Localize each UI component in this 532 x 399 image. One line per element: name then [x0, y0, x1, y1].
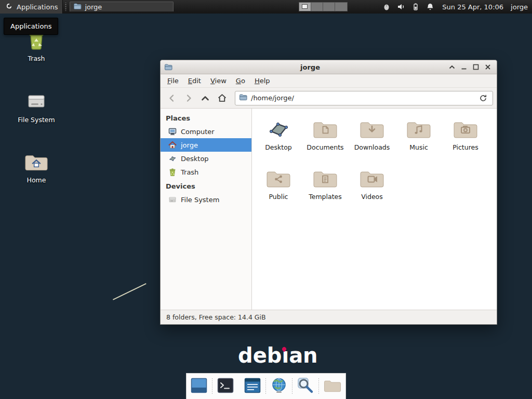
- forward-button[interactable]: [181, 90, 196, 106]
- dock-desktop-window[interactable]: [191, 377, 207, 396]
- file-list: DesktopDocumentsDownloadsMusicPicturesPu…: [252, 109, 497, 310]
- applications-menu-icon: [5, 2, 14, 12]
- desktop: Applications jorge Sun 25 Apr, 10:06 jor…: [0, 0, 532, 399]
- debian-logo: debıan: [238, 343, 318, 367]
- window-titlebar[interactable]: jorge: [161, 60, 497, 74]
- maximize-button[interactable]: [471, 62, 481, 72]
- desktop-icon-home[interactable]: Home: [14, 153, 59, 184]
- applications-menu-button[interactable]: Applications: [0, 0, 63, 14]
- file-desktop[interactable]: Desktop: [255, 115, 302, 164]
- close-button[interactable]: [483, 62, 493, 72]
- globe-icon: [271, 377, 287, 395]
- dock-separator: [318, 378, 319, 395]
- sidebar-item-label: Trash: [181, 168, 198, 176]
- public-folder-icon: [266, 167, 291, 189]
- window-title: jorge: [174, 63, 447, 71]
- sidebar-item-file-system[interactable]: File System: [161, 193, 251, 206]
- file-downloads[interactable]: Downloads: [349, 115, 395, 164]
- pictures-folder-icon: [453, 117, 478, 139]
- back-button[interactable]: [164, 90, 180, 106]
- pager-window: [302, 4, 308, 9]
- file-public[interactable]: Public: [255, 164, 302, 214]
- battery-icon[interactable]: [411, 2, 420, 11]
- computer-icon: [168, 127, 177, 136]
- statusbar: 8 folders, Free space: 14.4 GiB: [161, 310, 497, 324]
- folder-icon: [324, 379, 341, 394]
- mouse-icon[interactable]: [382, 2, 391, 11]
- dock-web-browser[interactable]: [271, 377, 287, 396]
- up-button[interactable]: [197, 90, 213, 106]
- dock-separator: [212, 378, 212, 395]
- desktop-folder-icon: [266, 117, 291, 139]
- sidebar-item-label: jorge: [181, 141, 198, 149]
- notifications-bell-icon[interactable]: [425, 2, 435, 11]
- workspace-1[interactable]: [299, 3, 311, 11]
- menu-file[interactable]: File: [163, 75, 183, 86]
- address-text: /home/jorge/: [251, 94, 474, 102]
- window-folder-icon: [164, 63, 174, 71]
- downloads-folder-icon: [360, 117, 384, 139]
- music-folder-icon: [406, 117, 431, 139]
- session-user-label[interactable]: jorge: [511, 3, 528, 11]
- sidebar-item-computer[interactable]: Computer: [161, 125, 251, 138]
- sidebar-item-trash[interactable]: Trash: [161, 165, 251, 179]
- dock-separator: [265, 378, 266, 395]
- file-pictures[interactable]: Pictures: [442, 115, 489, 164]
- home-icon: [168, 141, 177, 149]
- desktop-icon: [168, 155, 177, 162]
- workspace-4[interactable]: [335, 3, 347, 11]
- workspace-pager: [299, 2, 348, 11]
- applications-menu-label: Applications: [17, 3, 58, 11]
- volume-icon[interactable]: [396, 2, 406, 11]
- file-templates[interactable]: Templates: [302, 164, 349, 214]
- home-button[interactable]: [214, 90, 230, 106]
- file-documents[interactable]: Documents: [302, 115, 349, 164]
- workspace-3[interactable]: [323, 3, 335, 11]
- magnifier-icon: [297, 377, 314, 395]
- address-bar[interactable]: /home/jorge/: [235, 91, 493, 105]
- stray-line-artifact: [113, 283, 147, 300]
- reload-icon[interactable]: [477, 92, 489, 104]
- panel-tray-area: Sun 25 Apr, 10:06 jorge: [299, 2, 532, 11]
- file-manager-window: jorge FileEditViewGoHelp /home/jorge/: [160, 60, 497, 325]
- window-lines-icon: [244, 378, 261, 395]
- templates-folder-icon: [313, 167, 338, 189]
- menubar: FileEditViewGoHelp: [161, 74, 497, 88]
- dock-settings-window[interactable]: [244, 377, 260, 396]
- dock-app-finder[interactable]: [297, 377, 314, 396]
- window-icon: [191, 378, 207, 395]
- sidebar-item-desktop[interactable]: Desktop: [161, 152, 251, 165]
- status-text: 8 folders, Free space: 14.4 GiB: [166, 313, 266, 321]
- top-panel: Applications jorge Sun 25 Apr, 10:06 jor…: [0, 0, 532, 14]
- clock[interactable]: Sun 25 Apr, 10:06: [442, 3, 503, 11]
- home-icon: [24, 153, 48, 173]
- filesystem-icon: [26, 90, 47, 113]
- desktop-icon-file-system[interactable]: File System: [14, 90, 59, 124]
- shade-button[interactable]: [447, 62, 457, 72]
- minimize-button[interactable]: [459, 62, 469, 72]
- dock: [186, 373, 346, 399]
- taskbar-window-button[interactable]: jorge: [70, 2, 174, 12]
- drive-icon: [168, 195, 177, 204]
- menu-edit[interactable]: Edit: [183, 75, 206, 86]
- menu-help[interactable]: Help: [250, 75, 275, 86]
- sidebar-item-label: Computer: [181, 128, 215, 136]
- videos-folder-icon: [360, 167, 384, 189]
- dock-terminal[interactable]: [217, 377, 234, 396]
- terminal-icon: [217, 378, 234, 395]
- workspace-2[interactable]: [311, 3, 323, 11]
- sidebar-header-places: Places: [161, 111, 251, 125]
- trash-icon: [168, 168, 177, 176]
- taskbar-window-label: jorge: [85, 3, 102, 11]
- file-videos[interactable]: Videos: [349, 164, 395, 214]
- sidebar-item-jorge[interactable]: jorge: [161, 138, 251, 152]
- dock-file-manager[interactable]: [324, 377, 341, 396]
- panel-handle: [64, 3, 67, 11]
- address-folder-icon: [239, 93, 247, 103]
- window-folder-icon: [73, 2, 82, 12]
- documents-folder-icon: [313, 117, 338, 139]
- menu-view[interactable]: View: [206, 75, 231, 86]
- menu-go[interactable]: Go: [231, 75, 250, 86]
- sidebar-item-label: Desktop: [181, 155, 209, 163]
- file-music[interactable]: Music: [395, 115, 442, 164]
